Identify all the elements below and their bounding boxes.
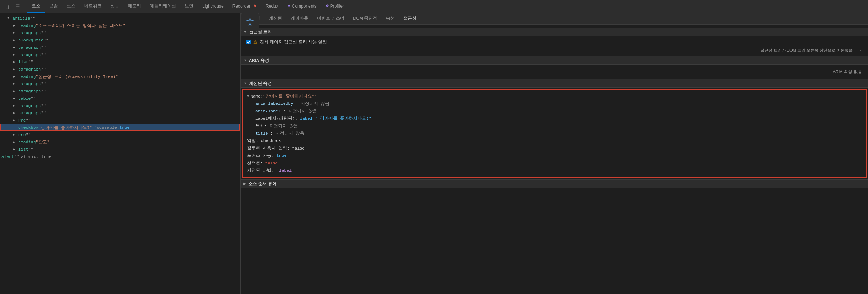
prop-key: title [255, 131, 268, 136]
tree-row[interactable]: heading "접근성 트리 (Accessibility Tree)" [0, 73, 240, 80]
tree-row[interactable]: Pre "" [0, 116, 240, 124]
prop-key: label에서(래핑됨): [255, 116, 300, 121]
computed-header[interactable]: 계산된 속성 [241, 79, 868, 88]
tab-profiler[interactable]: ❖ Profiler [321, 0, 348, 13]
expand-arrow[interactable] [13, 96, 18, 100]
tag-name: paragraph [18, 103, 41, 108]
tree-row-selected[interactable]: checkbox "강아지를 좋아하시나요?" focusable: true [0, 124, 240, 131]
tree-row[interactable]: paragraph "" [0, 29, 240, 36]
expand-arrow[interactable] [13, 60, 18, 64]
prop-val: label [279, 168, 292, 173]
expand-arrow[interactable] [7, 16, 12, 20]
tab-lighthouse[interactable]: Lighthouse [198, 0, 228, 13]
accessibility-icon-button[interactable] [241, 13, 259, 31]
expand-arrow[interactable] [13, 147, 18, 151]
expand-arrow[interactable] [13, 67, 18, 71]
tab-application[interactable]: 애플리케이션 [145, 0, 180, 13]
tree-row[interactable]: paragraph "" [0, 80, 240, 87]
tab-components[interactable]: ❖ Components [283, 0, 321, 13]
tree-row[interactable]: blockquote "" [0, 36, 240, 44]
expand-arrow[interactable] [13, 75, 18, 79]
tab-security[interactable]: 보안 [180, 0, 198, 13]
tab-redux[interactable]: Redux [261, 0, 283, 13]
a11y-tree-header[interactable]: 접근성 트리 [241, 28, 868, 36]
computed-prop-role: 역할: checkbox [244, 137, 864, 144]
attr: "" [14, 154, 19, 159]
attr-string: "강아지를 좋아하시나요?" [38, 125, 92, 130]
aria-header[interactable]: ARIA 속성 [241, 56, 868, 65]
sub-tab-accessibility[interactable]: 접근성 [400, 13, 420, 24]
inspect-icon[interactable]: ⬚ [1, 1, 12, 12]
prop-val: 지정되지 않음 [275, 131, 304, 136]
tree-row[interactable]: paragraph "" [0, 87, 240, 95]
prop-colon: : [296, 101, 301, 106]
tab-sources[interactable]: 소스 [62, 0, 80, 13]
expand-arrow[interactable] [13, 89, 18, 93]
dom-panel[interactable]: article "" heading "소프트웨어가 쓰이는 방식과 닮은 테스… [0, 13, 240, 294]
prop-val: false [265, 161, 278, 166]
expand-arrow[interactable] [13, 104, 18, 108]
toolbar-tabs: 요소 콘솔 소스 네트워크 성능 메모리 애플리케이션 보안 Lighthous… [27, 0, 867, 13]
expand-arrow[interactable] [13, 31, 18, 35]
sub-tab-events[interactable]: 이벤트 리스너 [313, 13, 348, 24]
expand-arrow[interactable] [13, 38, 18, 42]
tab-console[interactable]: 콘솔 [45, 0, 62, 13]
source-order-header[interactable]: 소스 순서 뷰어 [241, 179, 868, 188]
expand-arrow[interactable] [13, 53, 18, 57]
aria-section: ARIA 속성 ARIA 속성 없음 [241, 56, 868, 79]
tag-name: paragraph [18, 67, 41, 72]
tree-row[interactable]: article "" [0, 15, 240, 22]
tree-row[interactable]: paragraph "" [0, 109, 240, 116]
tree-row[interactable]: paragraph "" [0, 65, 240, 73]
computed-prop-label-wrap: label에서(래핑됨): label " 강아지를 좋아하시나요?" [244, 115, 864, 122]
recorder-icon: ⚑ [253, 4, 257, 9]
sub-tab-properties[interactable]: 속성 [382, 13, 398, 24]
expand-arrow[interactable] [13, 82, 18, 86]
tag-name: Pre [18, 132, 26, 137]
prop-colon: : [270, 131, 275, 136]
computed-section: 계산된 속성 ▼ Name: "강아지를 좋아하시나요?" aria-label… [241, 79, 868, 178]
tree-row[interactable]: list "" [0, 146, 240, 153]
attr: "" [28, 147, 34, 152]
prop-key: 포커스 가능: [247, 153, 277, 158]
device-icon[interactable]: ☰ [12, 1, 23, 12]
expand-arrow[interactable] [13, 45, 18, 49]
expand-arrow[interactable] [13, 133, 18, 137]
sub-tab-layout[interactable]: 레이아웃 [287, 13, 312, 24]
a11y-info-text: 접근성 트리가 DOM 트리 오른쪽 상단으로 이동했습니다 [246, 48, 862, 53]
tab-performance[interactable]: 성능 [106, 0, 124, 13]
tree-row[interactable]: list "" [0, 58, 240, 65]
focusable-value: true [120, 125, 130, 130]
tree-row[interactable]: heading "소프트웨어가 쓰이는 방식과 닮은 테스트" [0, 22, 240, 29]
tab-memory[interactable]: 메모리 [124, 0, 145, 13]
expand-arrow[interactable] [13, 140, 18, 144]
attr: "" [31, 96, 36, 101]
attr: "" [30, 16, 35, 21]
prop-colon: : [283, 109, 288, 114]
prop-val: checkbox [261, 138, 281, 143]
sub-tab-computed[interactable]: 계산됨 [265, 13, 286, 24]
name-expand-arrow[interactable]: ▼ [247, 94, 249, 99]
prop-key: 잘못된 사용자 입력: [247, 146, 292, 151]
expand-arrow[interactable] [13, 24, 18, 28]
a11y-full-page-checkbox[interactable] [246, 40, 251, 44]
tab-recorder[interactable]: Recorder ⚑ [228, 0, 261, 13]
prop-val: label " 강아지를 좋아하시나요?" [300, 116, 371, 121]
expand-arrow[interactable] [13, 118, 18, 122]
a11y-tree-body: ⚠ 전체 페이지 접근성 트리 사용 설정 접근성 트리가 DOM 트리 오른쪽… [241, 36, 868, 56]
tree-row[interactable]: Pre "" [0, 131, 240, 138]
svg-point-0 [249, 18, 251, 20]
tree-row[interactable]: paragraph "" [0, 51, 240, 58]
tree-row[interactable]: paragraph "" [0, 44, 240, 51]
tree-row[interactable]: heading "참고" [0, 138, 240, 146]
tab-elements[interactable]: 요소 [27, 0, 45, 13]
tab-network[interactable]: 네트워크 [80, 0, 106, 13]
atomic-label: atomic: true [21, 154, 51, 159]
tree-row[interactable]: table "" [0, 95, 240, 102]
tree-row[interactable]: paragraph "" [0, 102, 240, 109]
computed-arrow [243, 82, 247, 85]
expand-arrow[interactable] [13, 111, 18, 115]
tag-name: heading [18, 140, 36, 144]
sub-tab-dom-breakpoints[interactable]: DOM 중단점 [349, 13, 381, 24]
tree-bottom-row[interactable]: alert "" atomic: true [0, 153, 240, 160]
